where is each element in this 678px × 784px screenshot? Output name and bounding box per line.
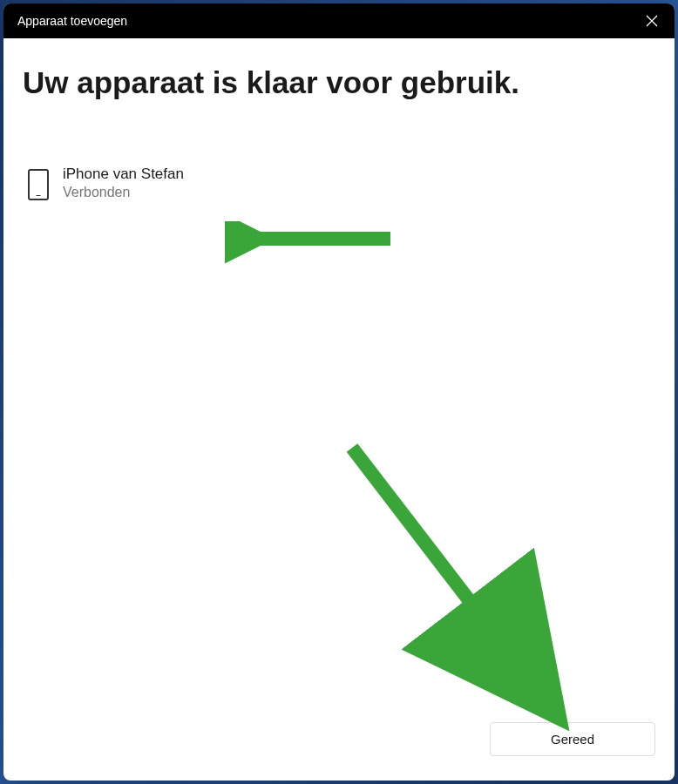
dialog-content: Uw apparaat is klaar voor gebruik. iPhon…	[3, 38, 675, 722]
titlebar-title: Apparaat toevoegen	[17, 14, 127, 28]
dialog-footer: Gereed	[3, 722, 675, 781]
close-button[interactable]	[643, 12, 661, 30]
done-button[interactable]: Gereed	[490, 722, 655, 756]
close-icon	[646, 15, 658, 27]
phone-icon	[28, 169, 49, 200]
device-info: iPhone van Stefan Verbonden	[63, 166, 184, 200]
device-name: iPhone van Stefan	[63, 166, 184, 183]
page-title: Uw apparaat is klaar voor gebruik.	[23, 64, 655, 101]
titlebar: Apparaat toevoegen	[3, 3, 675, 38]
device-list-item[interactable]: iPhone van Stefan Verbonden	[23, 162, 655, 204]
svg-line-5	[352, 448, 553, 709]
add-device-dialog: Apparaat toevoegen Uw apparaat is klaar …	[3, 3, 675, 781]
annotation-arrow-icon	[225, 221, 399, 265]
device-status: Verbonden	[63, 185, 184, 200]
annotation-arrow-icon	[335, 439, 596, 735]
